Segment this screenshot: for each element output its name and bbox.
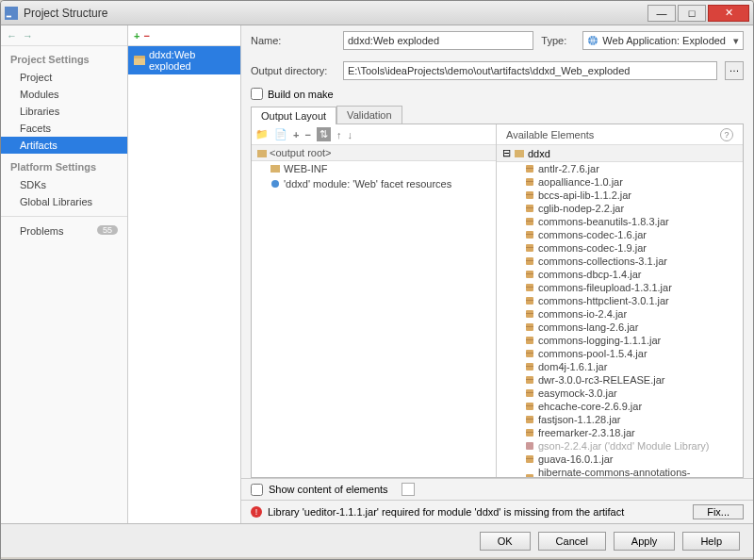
section-project-settings: Project Settings [1, 46, 127, 69]
output-dir-label: Output directory: [251, 65, 336, 76]
fix-button[interactable]: Fix... [693, 504, 744, 519]
jar-item[interactable]: commons-logging-1.1.1.jar [497, 334, 743, 347]
jar-icon [525, 164, 534, 173]
jar-icon [525, 190, 534, 200]
nav-problems[interactable]: Problems55 [1, 222, 127, 239]
jar-icon [525, 375, 534, 385]
tree-facet-resources[interactable]: 'ddxd' module: 'Web' facet resources [252, 176, 496, 191]
jar-item[interactable]: commons-io-2.4.jar [497, 307, 743, 321]
output-root[interactable]: <output root> [252, 145, 496, 161]
svg-rect-5 [257, 150, 267, 157]
jar-icon [525, 428, 534, 437]
jar-icon [525, 230, 534, 239]
nav-facets[interactable]: Facets [1, 120, 127, 137]
svg-rect-3 [134, 58, 145, 65]
build-on-make-checkbox[interactable] [251, 88, 263, 100]
jar-item[interactable]: freemarker-2.3.18.jar [497, 426, 743, 439]
apply-button[interactable]: Apply [614, 532, 676, 551]
jar-item[interactable]: bccs-api-lib-1.1.2.jar [497, 189, 743, 202]
ok-button[interactable]: OK [480, 532, 531, 551]
folder-icon [515, 149, 524, 158]
nav-global-libraries[interactable]: Global Libraries [1, 193, 127, 210]
jar-item[interactable]: guava-16.0.1.jar [497, 453, 743, 466]
svg-rect-32 [526, 313, 533, 314]
jar-item[interactable]: gson-2.2.4.jar ('ddxd' Module Library) [497, 439, 743, 453]
new-file-icon[interactable]: 📄 [274, 128, 287, 140]
jar-icon [525, 402, 534, 411]
jar-item[interactable]: commons-beanutils-1.8.3.jar [497, 215, 743, 228]
jar-icon [525, 454, 534, 464]
svg-rect-14 [526, 194, 533, 195]
svg-rect-40 [526, 366, 533, 367]
window-title: Project Structure [24, 7, 646, 20]
svg-rect-8 [515, 150, 524, 157]
artifact-icon [134, 56, 145, 65]
svg-rect-10 [526, 168, 533, 169]
nav-modules[interactable]: Modules [1, 86, 127, 103]
details-toggle[interactable] [402, 483, 415, 496]
jetbrains-icon [5, 7, 18, 20]
add-artifact-icon[interactable]: + [134, 30, 139, 41]
svg-rect-34 [526, 326, 533, 327]
down-icon[interactable]: ↓ [347, 129, 352, 140]
jar-icon [525, 256, 534, 266]
nav-artifacts[interactable]: Artifacts [1, 137, 127, 154]
jar-item[interactable]: cglib-nodep-2.2.jar [497, 202, 743, 215]
up-icon[interactable]: ↑ [336, 129, 342, 140]
name-input[interactable] [343, 31, 533, 50]
jar-item[interactable]: commons-pool-1.5.4.jar [497, 347, 743, 360]
add-element-icon[interactable]: + [293, 129, 299, 140]
forward-icon[interactable]: → [23, 30, 33, 41]
svg-rect-1 [7, 15, 11, 17]
help-button[interactable]: Help [682, 532, 740, 551]
artifact-list-item[interactable]: ddxd:Web exploded [128, 46, 240, 74]
maximize-button[interactable]: □ [678, 5, 706, 22]
jar-item[interactable]: commons-codec-1.9.jar [497, 241, 743, 255]
jar-icon [525, 177, 534, 187]
close-button[interactable]: ✕ [708, 5, 749, 22]
new-folder-icon[interactable]: 📁 [255, 128, 269, 140]
jar-item[interactable]: commons-codec-1.6.jar [497, 228, 743, 241]
jar-item[interactable]: commons-dbcp-1.4.jar [497, 268, 743, 281]
jar-item[interactable]: dwr-3.0.0-rc3-RELEASE.jar [497, 373, 743, 387]
jar-item[interactable]: ehcache-core-2.6.9.jar [497, 400, 743, 413]
back-icon[interactable]: ← [7, 30, 17, 41]
jar-item[interactable]: commons-collections-3.1.jar [497, 255, 743, 268]
remove-artifact-icon[interactable]: − [143, 30, 149, 41]
error-icon: ! [251, 506, 262, 518]
jar-item[interactable]: easymock-3.0.jar [497, 387, 743, 400]
show-content-checkbox[interactable] [251, 484, 263, 496]
jar-item[interactable]: aopalliance-1.0.jar [497, 175, 743, 189]
jar-item[interactable]: commons-lang-2.6.jar [497, 321, 743, 334]
jar-icon [525, 415, 534, 424]
sort-icon[interactable]: ⇅ [317, 127, 331, 141]
tab-validation[interactable]: Validation [336, 106, 402, 124]
output-dir-input[interactable] [343, 61, 717, 80]
browse-button[interactable]: … [725, 61, 744, 80]
jar-icon [525, 270, 534, 279]
help-icon[interactable]: ? [720, 128, 733, 141]
project-root[interactable]: ⊟ ddxd [497, 145, 743, 162]
tree-webinf[interactable]: WEB-INF [252, 161, 496, 176]
tab-output-layout[interactable]: Output Layout [251, 107, 336, 124]
minimize-button[interactable]: — [647, 5, 676, 22]
web-resources-icon [270, 179, 280, 189]
nav-project[interactable]: Project [1, 69, 127, 86]
jar-item[interactable]: dom4j-1.6.1.jar [497, 360, 743, 373]
jar-icon [525, 296, 534, 305]
section-platform-settings: Platform Settings [1, 154, 127, 176]
jar-item[interactable]: antlr-2.7.6.jar [497, 162, 743, 175]
jar-item[interactable]: commons-fileupload-1.3.1.jar [497, 281, 743, 294]
jar-item[interactable]: hibernate-commons-annotations-3.2.0.Fina… [497, 466, 743, 477]
nav-libraries[interactable]: Libraries [1, 103, 127, 120]
jar-item[interactable]: fastjson-1.1.28.jar [497, 413, 743, 426]
nav-sdks[interactable]: SDKs [1, 176, 127, 193]
svg-rect-16 [526, 207, 533, 208]
folder-icon [270, 164, 280, 173]
remove-element-icon[interactable]: − [304, 129, 310, 140]
type-select[interactable]: Web Application: Exploded [582, 31, 744, 50]
jar-item[interactable]: commons-httpclient-3.0.1.jar [497, 294, 743, 307]
svg-rect-22 [526, 247, 533, 248]
cancel-button[interactable]: Cancel [538, 532, 606, 551]
jar-icon [525, 204, 534, 213]
